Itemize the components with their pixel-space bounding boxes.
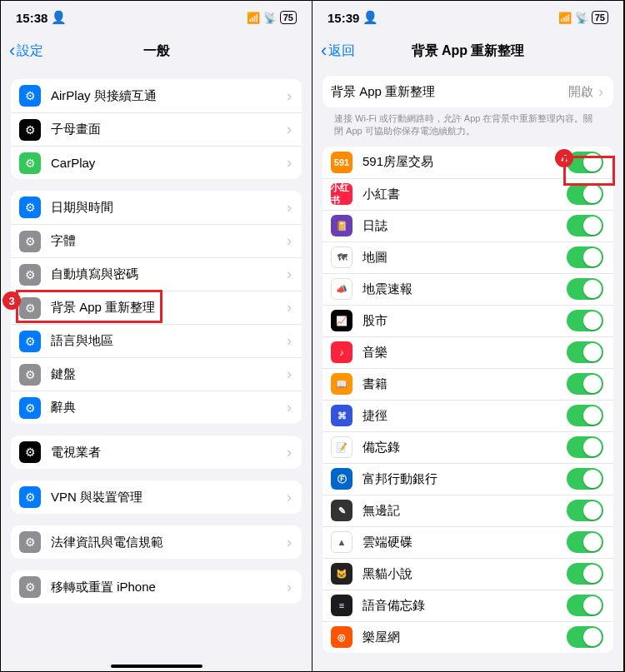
app-toggle[interactable] [567, 595, 603, 616]
settings-row[interactable]: ⚙日期與時間› [11, 191, 302, 224]
settings-row[interactable]: ⚙語言與地區› [11, 324, 302, 357]
settings-section: ⚙電視業者› [11, 436, 302, 469]
autofill-icon: ⚙ [19, 264, 41, 286]
app-icon: ▲ [331, 531, 352, 553]
settings-row[interactable]: ⚙鍵盤› [11, 357, 302, 391]
app-icon: 小红书 [331, 183, 352, 205]
app-toggle[interactable] [567, 626, 603, 648]
battery-level: 75 [592, 11, 608, 24]
app-name: 音樂 [362, 345, 567, 361]
chevron-left-icon: ‹ [321, 42, 327, 60]
app-icon: ◎ [331, 626, 352, 648]
keyboard-icon: ⚙ [19, 364, 41, 386]
app-row: 📖書籍 [322, 368, 613, 400]
app-name: 捷徑 [362, 408, 567, 424]
app-toggle[interactable] [567, 310, 603, 331]
app-name: 語音備忘錄 [362, 598, 567, 614]
app-toggle[interactable] [567, 531, 603, 553]
row-label: AirPlay 與接續互通 [51, 88, 287, 104]
settings-list: ⚙AirPlay 與接續互通›⚙子母畫面›⚙CarPlay›⚙日期與時間›⚙字體… [1, 67, 312, 671]
nav-bar: ‹ 設定 一般 [1, 34, 312, 67]
settings-row[interactable]: ⚙辭典› [11, 391, 302, 424]
app-row: ◎樂屋網 [322, 621, 613, 653]
app-icon: ≡ [331, 595, 352, 616]
settings-row[interactable]: ⚙VPN 與裝置管理› [11, 480, 302, 514]
app-toggle[interactable] [567, 500, 603, 521]
refresh-icon: ⚙ [19, 297, 41, 319]
app-toggle[interactable] [567, 405, 603, 426]
app-row: ✎無邊記 [322, 495, 613, 526]
settings-row[interactable]: ⚙子母畫面› [11, 112, 302, 146]
row-label: 子母畫面 [51, 122, 287, 137]
app-name: 富邦行動銀行 [362, 471, 567, 487]
app-row: 小红书小紅書 [322, 178, 613, 210]
back-button[interactable]: ‹ 設定 [9, 42, 43, 60]
signal-icon: 📶 [558, 12, 572, 24]
app-row: 📔日誌 [322, 210, 613, 241]
app-row: 591591房屋交易 [322, 147, 613, 178]
app-icon: ♪ [331, 341, 352, 363]
row-label: 語言與地區 [51, 333, 287, 349]
app-toggle[interactable] [567, 278, 603, 300]
chevron-right-icon: › [287, 579, 292, 596]
carplay-icon: ⚙ [19, 152, 41, 174]
app-toggle[interactable] [567, 215, 603, 236]
lang-icon: ⚙ [19, 331, 41, 352]
app-toggle[interactable] [567, 563, 603, 585]
settings-row[interactable]: ⚙背景 App 重新整理› [11, 291, 302, 324]
app-row: ⌘捷徑 [322, 400, 613, 431]
airplay-icon: ⚙ [19, 85, 41, 107]
settings-row[interactable]: ⚙AirPlay 與接續互通› [11, 79, 302, 112]
chevron-right-icon: › [287, 121, 292, 138]
app-name: 地震速報 [362, 281, 567, 297]
app-icon: 🗺 [331, 246, 352, 268]
status-time: 15:38 [16, 11, 48, 25]
dict-icon: ⚙ [19, 397, 41, 419]
app-name: 樂屋網 [362, 630, 567, 645]
settings-row[interactable]: ⚙字體› [11, 224, 302, 257]
chevron-right-icon: › [287, 399, 292, 416]
row-label: CarPlay [51, 156, 287, 170]
app-toggle[interactable] [567, 436, 603, 458]
app-toggle[interactable] [567, 468, 603, 490]
app-icon: Ⓕ [331, 468, 352, 490]
row-label: 電視業者 [51, 445, 287, 460]
app-name: 無邊記 [362, 503, 567, 519]
master-row[interactable]: 背景 App 重新整理 開啟 › [322, 76, 613, 107]
vpn-icon: ⚙ [19, 486, 41, 508]
app-icon: 📝 [331, 436, 352, 458]
settings-section: ⚙VPN 與裝置管理› [11, 480, 302, 514]
user-icon: 👤 [362, 10, 378, 25]
settings-section: ⚙AirPlay 與接續互通›⚙子母畫面›⚙CarPlay› [11, 79, 302, 179]
chevron-right-icon: › [287, 534, 292, 551]
app-icon: 📖 [331, 373, 352, 395]
settings-row[interactable]: ⚙自動填寫與密碼› [11, 257, 302, 291]
settings-row[interactable]: ⚙CarPlay› [11, 146, 302, 179]
app-toggle[interactable] [567, 246, 603, 268]
master-section: 背景 App 重新整理 開啟 › [322, 76, 613, 107]
settings-row[interactable]: ⚙移轉或重置 iPhone› [11, 570, 302, 604]
settings-row[interactable]: ⚙法律資訊與電信規範› [11, 525, 302, 559]
chevron-right-icon: › [287, 87, 292, 105]
app-toggle[interactable] [567, 373, 603, 395]
back-button[interactable]: ‹ 返回 [321, 42, 355, 60]
row-label: VPN 與裝置管理 [51, 490, 287, 505]
app-row: ♪音樂 [322, 336, 613, 368]
page-title: 背景 App 重新整理 [312, 42, 623, 60]
home-indicator [111, 665, 202, 668]
chevron-right-icon: › [598, 83, 603, 101]
row-label: 日期與時間 [51, 200, 287, 216]
status-bar: 15:39 👤 📶 📡 75 [312, 1, 623, 34]
chevron-right-icon: › [287, 444, 292, 461]
app-toggle[interactable] [567, 341, 603, 363]
app-name: 股市 [362, 313, 567, 329]
app-toggle[interactable] [567, 183, 603, 205]
nav-bar: ‹ 返回 背景 App 重新整理 [312, 34, 623, 67]
settings-row[interactable]: ⚙電視業者› [11, 436, 302, 469]
app-toggle[interactable] [567, 152, 603, 173]
row-label: 辭典 [51, 400, 287, 416]
app-row: ▲雲端硬碟 [322, 526, 613, 558]
status-time: 15:39 [328, 11, 359, 25]
chevron-right-icon: › [287, 232, 292, 250]
app-name: 黑貓小說 [362, 566, 567, 582]
